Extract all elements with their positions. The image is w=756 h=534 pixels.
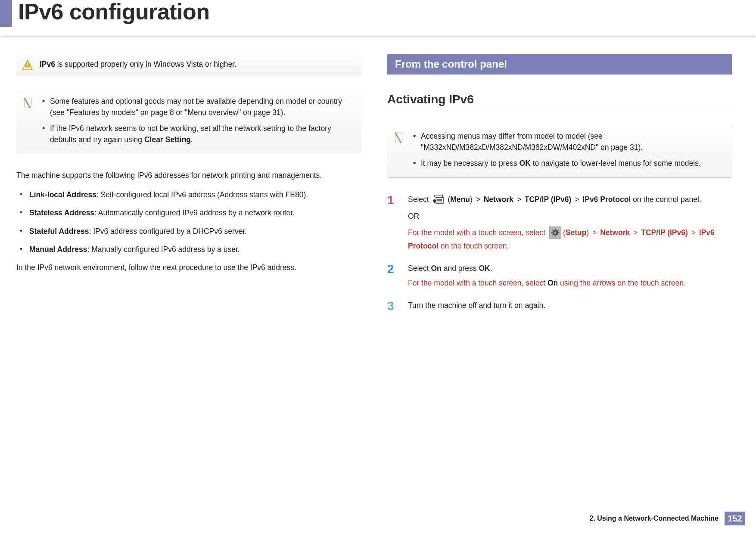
page-footer: 2. Using a Network-Connected Machine 152	[589, 512, 745, 525]
page-title: IPv6 configuration	[18, 0, 210, 24]
step-3: 3 Turn the machine off and turn it on ag…	[387, 299, 732, 311]
subsection-heading: Activating IPv6	[387, 93, 732, 110]
section-heading-bar: From the control panel	[387, 54, 732, 75]
addr-linklocal: Link-local Address: Self-configured loca…	[16, 189, 361, 200]
svg-point-12	[554, 231, 556, 233]
note-box-menus: Accessing menus may differ from model to…	[387, 126, 732, 178]
step-number-3: 3	[387, 297, 394, 316]
alert-text: IPv6 is supported properly only in Windo…	[40, 59, 236, 70]
note-item-2: If the IPv6 network seems to not be work…	[40, 123, 355, 146]
step-number-1: 1	[387, 191, 394, 210]
content-columns: IPv6 is supported properly only in Windo…	[0, 37, 756, 322]
note-item-1: Some features and optional goods may not…	[40, 96, 355, 118]
manual-page: IPv6 configuration IPv6 is supported pro…	[0, 0, 756, 534]
warning-icon	[22, 59, 34, 71]
step-2: 2 Select On and press OK. For the model …	[387, 262, 732, 289]
page-header: IPv6 configuration	[0, 0, 756, 37]
step-1-touch-variant: For the model with a touch screen, selec…	[408, 227, 732, 252]
svg-rect-13	[555, 228, 556, 230]
intro-paragraph: The machine supports the following IPv6 …	[16, 170, 361, 181]
note-item-2: It may be necessary to press OK to navig…	[411, 158, 725, 169]
svg-rect-14	[555, 235, 556, 236]
note-text: Accessing menus may differ from model to…	[411, 130, 725, 173]
menu-icon: ✱	[432, 194, 445, 205]
note-item-1: Accessing menus may differ from model to…	[411, 130, 725, 153]
svg-rect-3	[27, 67, 28, 68]
note-icon	[22, 96, 34, 110]
address-type-list: Link-local Address: Self-configured loca…	[16, 189, 361, 255]
step-2-touch-variant: For the model with a touch screen, selec…	[408, 277, 732, 289]
note-text: Some features and optional goods may not…	[40, 96, 355, 149]
header-accent-tab	[0, 0, 12, 27]
alert-rest: is supported properly only in Windows Vi…	[55, 60, 236, 68]
alert-strong: IPv6	[40, 60, 55, 68]
steps-list: 1 Select ✱ (Menu) > Ne	[387, 193, 732, 311]
page-number: 152	[725, 512, 745, 525]
note-box-features: Some features and optional goods may not…	[16, 91, 361, 154]
alert-box-ipv6-support: IPv6 is supported properly only in Windo…	[16, 54, 361, 75]
section-heading: From the control panel	[395, 58, 507, 70]
svg-text:✱: ✱	[432, 199, 436, 204]
outro-paragraph: In the IPv6 network environment, follow …	[16, 262, 361, 273]
left-column: IPv6 is supported properly only in Windo…	[16, 54, 361, 322]
step-number-2: 2	[387, 260, 394, 279]
step-1: 1 Select ✱ (Menu) > Ne	[387, 193, 732, 252]
setup-gear-icon	[549, 227, 561, 239]
or-separator: OR	[408, 210, 732, 222]
svg-rect-2	[27, 64, 28, 66]
svg-rect-16	[558, 232, 559, 233]
note-icon	[392, 130, 405, 145]
addr-stateful: Stateful Address: IPv6 address configure…	[16, 226, 361, 237]
right-column: From the control panel Activating IPv6 A…	[387, 54, 732, 322]
svg-rect-15	[551, 232, 553, 233]
addr-stateless: Stateless Address: Automatically configu…	[16, 207, 361, 218]
chapter-label: 2. Using a Network-Connected Machine	[589, 515, 719, 522]
addr-manual: Manual Address: Manually configured IPv6…	[16, 244, 361, 255]
